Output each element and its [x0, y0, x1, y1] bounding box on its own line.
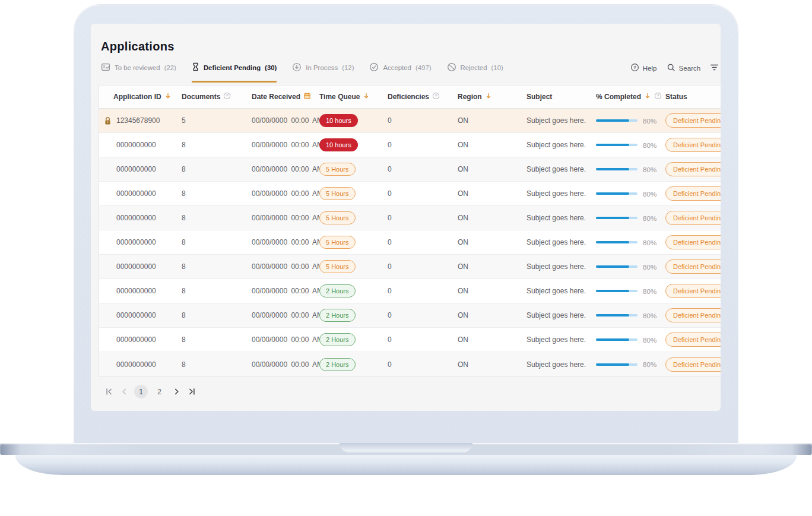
tab-to-be-reviewed[interactable]: To be reviewed (22): [101, 62, 176, 83]
column-header-completed[interactable]: % Completed ?: [596, 92, 665, 102]
tab-count: (12): [342, 64, 354, 71]
table-row[interactable]: 0000000000 8 00/00/0000 00:00 AM 5 Hours…: [99, 230, 721, 255]
page-button-1[interactable]: 1: [134, 385, 148, 398]
column-header-application-id[interactable]: Application ID: [99, 92, 182, 102]
column-header-documents[interactable]: Documents ?: [182, 92, 252, 102]
table-row[interactable]: 0000000000 8 00/00/0000 00:00 AM 5 Hours…: [99, 157, 721, 182]
search-button[interactable]: Search: [667, 63, 701, 73]
completed-percent: 80%: [643, 239, 656, 246]
time-queue-badge: 10 hours: [319, 114, 358, 127]
svg-text:?: ?: [656, 94, 659, 98]
svg-text:?: ?: [226, 94, 229, 98]
toolbar: ? Help Search Filter: [630, 62, 721, 73]
info-icon[interactable]: ?: [432, 92, 440, 102]
previous-page-button[interactable]: [119, 387, 129, 397]
status-badge: Deficient Pending: [665, 284, 721, 298]
column-header-region[interactable]: Region: [458, 92, 526, 102]
tab-in-process[interactable]: In Process (12): [292, 62, 354, 83]
tab-count: (30): [265, 64, 277, 71]
status-cell: Deficient Pending: [665, 162, 721, 176]
first-page-button[interactable]: [103, 387, 114, 397]
table-row[interactable]: 0000000000 8 00/00/0000 00:00 AM 5 Hours…: [99, 206, 721, 230]
completed-cell: 80%: [596, 117, 665, 125]
deficiencies-cell: 0: [388, 335, 458, 344]
calendar-icon[interactable]: [303, 92, 311, 102]
column-header-date-received[interactable]: Date Received: [252, 92, 319, 102]
tab-label: In Process: [306, 64, 338, 71]
column-header-subject[interactable]: Subject: [526, 93, 596, 101]
status-badge: Deficient Pending: [665, 113, 721, 128]
status-badge: Deficient Pending: [665, 308, 721, 322]
region-cell: ON: [458, 165, 526, 173]
laptop-base-underside: [15, 455, 797, 475]
completed-cell: 80%: [596, 190, 665, 198]
table-row[interactable]: 0000000000 8 00/00/0000 00:00 AM 5 Hours…: [99, 255, 721, 279]
column-header-deficiencies[interactable]: Deficiencies ?: [388, 92, 458, 102]
status-cell: Deficient Pending: [665, 113, 721, 128]
table-row[interactable]: 12345678900 5 00/00/0000 00:00 AM 10 hou…: [99, 109, 721, 133]
progress-bar: [596, 192, 637, 195]
region-cell: ON: [458, 360, 526, 369]
date-received-cell: 00/00/0000 00:00 AM: [252, 311, 319, 319]
completed-percent: 80%: [643, 190, 656, 198]
deficiencies-cell: 0: [388, 165, 458, 173]
help-button[interactable]: ? Help: [630, 63, 657, 73]
completed-percent: 80%: [643, 360, 656, 368]
filter-button[interactable]: Filter: [710, 63, 721, 73]
info-icon[interactable]: ?: [654, 92, 662, 102]
date-received-cell: 00/00/0000 00:00 AM: [252, 165, 319, 173]
table-row[interactable]: 0000000000 8 00/00/0000 00:00 AM 10 hour…: [99, 133, 721, 157]
application-id-cell: 0000000000: [99, 238, 182, 247]
progress-bar: [596, 119, 637, 122]
region-cell: ON: [458, 262, 526, 271]
application-id-cell: 0000000000: [99, 287, 182, 296]
status-badge: Deficient Pending: [665, 138, 721, 152]
completed-cell: 80%: [596, 263, 665, 271]
column-header-status[interactable]: Status: [665, 93, 721, 101]
deficiencies-cell: 0: [388, 287, 458, 295]
completed-cell: 80%: [596, 166, 665, 173]
check-circle-icon: [369, 62, 379, 73]
applications-panel: Applications To be reviewed (22) Deficie…: [91, 24, 721, 411]
tab-label: To be reviewed: [115, 64, 160, 71]
progress-fill: [596, 363, 629, 366]
table-row[interactable]: 0000000000 8 00/00/0000 00:00 AM 2 Hours…: [99, 328, 721, 352]
time-queue-cell: 10 hours: [319, 114, 388, 127]
time-queue-badge: 10 hours: [319, 138, 358, 151]
completed-percent: 80%: [643, 141, 656, 149]
table-row[interactable]: 0000000000 8 00/00/0000 00:00 AM 2 Hours…: [99, 303, 721, 328]
documents-cell: 8: [182, 165, 252, 173]
table-row[interactable]: 0000000000 8 00/00/0000 00:00 AM 2 Hours…: [99, 279, 721, 303]
date-received-cell: 00/00/0000 00:00 AM: [252, 360, 319, 369]
application-id-cell: 12345678900: [99, 116, 182, 125]
status-cell: Deficient Pending: [665, 186, 721, 201]
last-page-button[interactable]: [186, 387, 197, 397]
tab-label: Deficient Pending: [204, 64, 261, 71]
page-button-2[interactable]: 2: [153, 385, 166, 398]
application-id: 0000000000: [116, 287, 156, 295]
column-header-time-queue[interactable]: Time Queue: [319, 92, 388, 102]
region-cell: ON: [458, 311, 526, 319]
status-badge: Deficient Pending: [665, 211, 721, 225]
time-queue-cell: 2 Hours: [319, 333, 388, 346]
completed-cell: 80%: [596, 312, 665, 319]
table-row[interactable]: 0000000000 8 00/00/0000 00:00 AM 5 Hours…: [99, 182, 721, 206]
application-id: 0000000000: [116, 189, 156, 198]
tab-deficient-pending[interactable]: Deficient Pending (30): [192, 62, 277, 83]
progress-fill: [596, 314, 629, 316]
documents-cell: 8: [182, 238, 252, 246]
sort-desc-icon: [363, 92, 370, 102]
tab-rejected[interactable]: Rejected (10): [447, 62, 503, 83]
status-badge: Deficient Pending: [665, 235, 721, 249]
tab-accepted[interactable]: Accepted (497): [369, 62, 431, 83]
next-page-button[interactable]: [171, 387, 182, 397]
application-id: 0000000000: [116, 141, 156, 149]
completed-percent: 80%: [643, 263, 656, 271]
progress-fill: [596, 290, 629, 292]
info-icon[interactable]: ?: [223, 92, 231, 102]
sort-desc-icon: [485, 92, 492, 102]
table-row[interactable]: 0000000000 8 00/00/0000 00:00 AM 2 Hours…: [99, 352, 721, 376]
subject-cell: Subject goes here.: [526, 116, 596, 125]
arrow-down-circle-icon: [292, 62, 302, 73]
tab-count: (10): [491, 64, 503, 71]
